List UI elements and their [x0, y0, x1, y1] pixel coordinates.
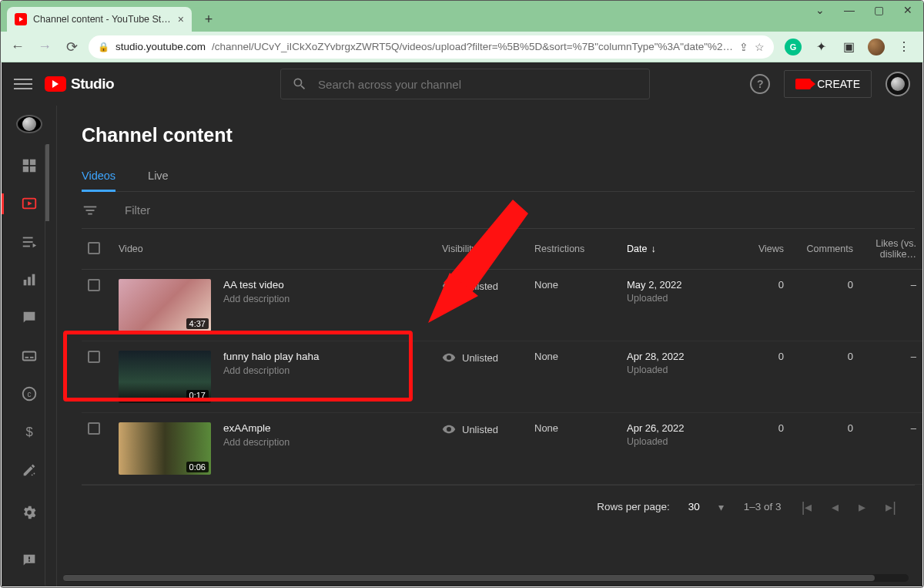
- extensions-puzzle-icon[interactable]: ✦: [812, 39, 829, 55]
- video-subtitle[interactable]: Add description: [223, 294, 290, 304]
- visibility-cell[interactable]: Unlisted: [442, 279, 522, 293]
- sidebar: c $: [2, 106, 57, 586]
- first-page-button[interactable]: |◂: [802, 499, 812, 516]
- sidebar-playlists-icon[interactable]: [14, 231, 45, 252]
- svg-point-20: [31, 475, 32, 476]
- hamburger-menu-icon[interactable]: [14, 79, 32, 89]
- select-all-cell[interactable]: [82, 229, 112, 270]
- forward-button[interactable]: →: [34, 36, 55, 58]
- sidebar-monetization-icon[interactable]: $: [14, 421, 45, 442]
- address-bar[interactable]: 🔒 studio.youtube.com /channel/UCvY_iICkX…: [89, 35, 774, 59]
- sidebar-dashboard-icon[interactable]: [14, 155, 45, 176]
- next-page-button[interactable]: ▸: [859, 499, 865, 516]
- browser-tab[interactable]: Channel content - YouTube Studi… ×: [7, 7, 192, 32]
- reload-button[interactable]: ⟳: [62, 36, 82, 58]
- row-checkbox[interactable]: [88, 279, 100, 291]
- studio-logo[interactable]: Studio: [45, 76, 114, 92]
- chrome-menu-icon[interactable]: ⋮: [896, 39, 912, 55]
- studio-search[interactable]: [280, 69, 650, 99]
- sidebar-comments-icon[interactable]: [14, 307, 45, 328]
- restrictions-cell: None: [528, 413, 621, 485]
- window-controls: ⌄ — ▢ ✕: [809, 4, 919, 16]
- prev-page-button[interactable]: ◂: [832, 499, 839, 516]
- horizontal-scrollbar[interactable]: [63, 574, 909, 582]
- sidebar-content-icon[interactable]: [14, 193, 45, 214]
- create-button[interactable]: CREATE: [784, 70, 872, 98]
- new-tab-button[interactable]: +: [198, 8, 219, 30]
- video-title[interactable]: funny halo play haha: [223, 351, 320, 362]
- tab-videos[interactable]: Videos: [82, 160, 116, 191]
- restrictions-cell: None: [528, 341, 621, 413]
- row-checkbox[interactable]: [88, 422, 100, 435]
- svg-rect-24: [86, 210, 95, 211]
- visibility-cell[interactable]: Unlisted: [442, 351, 522, 365]
- sort-desc-icon: ↓: [651, 244, 655, 254]
- select-all-checkbox[interactable]: [88, 242, 100, 254]
- page-title: Channel content: [82, 124, 922, 146]
- sidepanel-icon[interactable]: ▣: [840, 39, 857, 55]
- create-label: CREATE: [817, 78, 860, 90]
- help-icon[interactable]: ?: [750, 74, 770, 94]
- browser-toolbar: ← → ⟳ 🔒 studio.youtube.com /channel/UCvY…: [1, 32, 923, 62]
- window-dropdown-icon[interactable]: ⌄: [809, 4, 831, 16]
- window-minimize-icon[interactable]: —: [839, 4, 860, 16]
- svg-rect-7: [22, 241, 32, 243]
- table-row[interactable]: 0:17 funny halo play hahaAdd description…: [82, 341, 922, 413]
- sidebar-copyright-icon[interactable]: c: [14, 383, 45, 404]
- restrictions-cell: None: [528, 270, 621, 341]
- search-input[interactable]: [318, 78, 638, 91]
- video-thumbnail[interactable]: 0:06: [119, 422, 211, 475]
- unlisted-icon: [442, 279, 456, 293]
- sidebar-subtitles-icon[interactable]: [14, 345, 45, 366]
- channel-avatar[interactable]: [16, 115, 42, 133]
- col-visibility[interactable]: Visibility: [436, 229, 528, 270]
- scrollbar-thumb[interactable]: [63, 575, 875, 581]
- col-comments[interactable]: Comments: [790, 229, 859, 270]
- col-restrictions[interactable]: Restrictions: [528, 229, 621, 270]
- table-footer: Rows per page: 30 ▾ 1–3 of 3 |◂ ◂ ▸ ▸|: [82, 485, 915, 528]
- svg-rect-23: [84, 206, 97, 207]
- svg-text:c: c: [27, 389, 31, 398]
- youtube-studio-app: Studio ? CREATE c $: [2, 62, 922, 586]
- svg-rect-22: [28, 560, 30, 562]
- video-subtitle[interactable]: Add description: [223, 437, 290, 448]
- studio-header: Studio ? CREATE: [2, 62, 922, 106]
- table-row[interactable]: 0:06 exAAmpleAdd description Unlisted No…: [82, 413, 922, 485]
- sidebar-settings-icon[interactable]: [14, 497, 45, 528]
- back-button[interactable]: ←: [7, 36, 28, 58]
- visibility-cell[interactable]: Unlisted: [442, 422, 522, 436]
- svg-rect-1: [29, 160, 35, 165]
- row-checkbox[interactable]: [88, 351, 100, 363]
- dropdown-arrow-icon[interactable]: ▾: [718, 501, 724, 513]
- col-video[interactable]: Video: [112, 229, 436, 270]
- share-icon[interactable]: ⇪: [739, 41, 748, 53]
- video-thumbnail[interactable]: 0:17: [119, 351, 211, 403]
- sidebar-analytics-icon[interactable]: [14, 269, 45, 290]
- video-subtitle[interactable]: Add description: [223, 365, 320, 376]
- window-maximize-icon[interactable]: ▢: [868, 4, 889, 16]
- url-path: /channel/UCvY_iICkXoZYvbrgxZWRT5Q/videos…: [212, 41, 733, 52]
- window-close-icon[interactable]: ✕: [897, 4, 919, 16]
- svg-marker-9: [32, 244, 36, 248]
- chrome-profile-avatar[interactable]: [868, 39, 885, 55]
- grammarly-extension-icon[interactable]: G: [785, 39, 802, 55]
- sidebar-scrollbar[interactable]: [45, 144, 51, 586]
- svg-rect-14: [25, 356, 28, 358]
- col-date[interactable]: Date↓: [621, 229, 728, 270]
- video-title[interactable]: exAAmple: [223, 422, 290, 434]
- bookmark-star-icon[interactable]: ☆: [755, 41, 765, 53]
- close-tab-icon[interactable]: ×: [178, 13, 184, 25]
- sidebar-feedback-icon[interactable]: [14, 545, 45, 576]
- col-likes[interactable]: Likes (vs. dislike…: [859, 229, 922, 270]
- rows-per-page-value[interactable]: 30: [688, 501, 700, 512]
- col-views[interactable]: Views: [728, 229, 790, 270]
- table-row[interactable]: 4:37 AA test videoAdd description Unlist…: [82, 270, 922, 341]
- account-avatar[interactable]: [886, 72, 910, 96]
- filter-bar[interactable]: Filter: [82, 192, 915, 229]
- tab-live[interactable]: Live: [148, 160, 169, 191]
- search-icon: [292, 76, 307, 92]
- last-page-button[interactable]: ▸|: [886, 499, 896, 516]
- video-thumbnail[interactable]: 4:37: [119, 279, 211, 331]
- sidebar-customization-icon[interactable]: [14, 459, 45, 480]
- video-title[interactable]: AA test video: [223, 279, 290, 291]
